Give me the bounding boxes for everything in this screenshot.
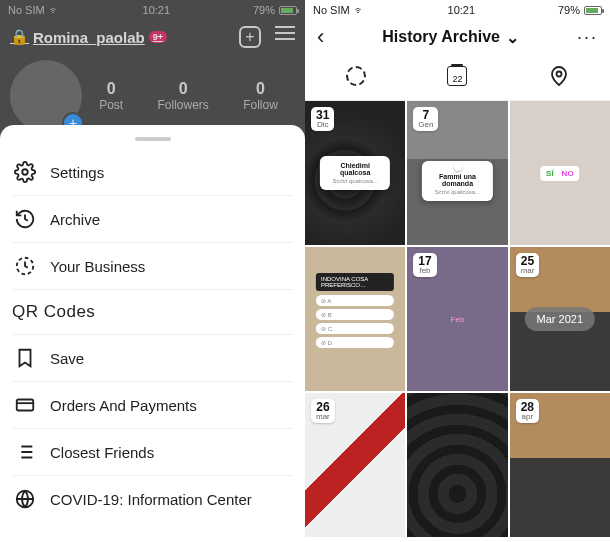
question-sticker: Chiedimi qualcosaScrivi qualcosa... [320, 156, 390, 190]
insights-icon [14, 255, 36, 277]
menu-save[interactable]: Save [12, 335, 293, 382]
archive-title-dropdown[interactable]: History Archive ⌄ [382, 28, 519, 47]
wifi-icon: ᯤ [49, 4, 60, 16]
carrier-text: No SIM [8, 4, 45, 16]
credit-card-icon [14, 394, 36, 416]
month-overlay-badge: Mar 2021 [525, 307, 595, 331]
question-sticker: Fammi una domandaScrivi qualcosa... [422, 161, 492, 201]
menu-business[interactable]: Your Business [12, 243, 293, 290]
stat-followers[interactable]: 0 Followers [157, 80, 208, 112]
story-cell[interactable] [407, 393, 507, 537]
clock-text: 10:21 [143, 4, 171, 16]
back-button[interactable]: ‹ [317, 24, 324, 50]
story-cell[interactable]: SÍNO [510, 101, 610, 245]
username-dropdown[interactable]: 🔒 Romina_paolab 9+ [10, 28, 167, 46]
reload-icon [346, 66, 366, 86]
lock-icon: 🔒 [10, 28, 29, 46]
status-bar-right: No SIMᯤ 10:21 79% [305, 0, 610, 16]
bottom-sheet: Settings Archive Your Business QR Codes … [0, 125, 305, 542]
story-cell[interactable]: INDOVINA COSA PREFERISCO… ⊘ A ⊘ B ⊘ C ⊘ … [305, 247, 405, 391]
battery-pct: 79% [558, 4, 580, 16]
story-text: Feb [451, 315, 465, 324]
menu-archive[interactable]: Archive [12, 196, 293, 243]
story-cell[interactable]: 26mar [305, 393, 405, 537]
date-chip: 26mar [311, 399, 335, 423]
avatar[interactable]: + [10, 60, 82, 132]
sheet-handle[interactable] [135, 137, 171, 141]
story-cell[interactable]: 31Dic Chiedimi qualcosaScrivi qualcosa..… [305, 101, 405, 245]
menu-button[interactable] [275, 26, 295, 48]
battery-icon [584, 6, 602, 15]
stat-following[interactable]: 0 Follow [243, 80, 278, 112]
story-grid: 31Dic Chiedimi qualcosaScrivi qualcosa..… [305, 101, 610, 537]
menu-covid[interactable]: COVID-19: Information Center [12, 476, 293, 522]
status-bar-left: No SIMᯤ 10:21 79% [0, 0, 305, 16]
wifi-icon: ᯤ [354, 4, 365, 16]
story-cell[interactable]: 28apr [510, 393, 610, 537]
gear-icon [14, 161, 36, 183]
date-chip: 31Dic [311, 107, 334, 131]
date-chip: 17feb [413, 253, 436, 277]
history-icon [14, 208, 36, 230]
poll-sticker: SÍNO [540, 166, 580, 181]
archive-header: ‹ History Archive ⌄ ··· [305, 16, 610, 54]
clock-text: 10:21 [448, 4, 476, 16]
username-text: Romina_paolab [33, 29, 145, 46]
chevron-down-icon: ⌄ [506, 28, 519, 47]
carrier-text: No SIM [313, 4, 350, 16]
date-chip: 7Gen [413, 107, 438, 131]
tab-reload[interactable] [344, 64, 368, 88]
create-post-button[interactable]: + [239, 26, 261, 48]
svg-rect-2 [17, 400, 34, 411]
menu-closest-friends[interactable]: Closest Friends [12, 429, 293, 476]
more-options-button[interactable]: ··· [577, 27, 598, 48]
story-cell[interactable]: 7Gen Fammi una domandaScrivi qualcosa... [407, 101, 507, 245]
battery-icon [279, 6, 297, 15]
bookmark-icon [14, 347, 36, 369]
date-chip: 28apr [516, 399, 539, 423]
svg-point-0 [22, 169, 28, 175]
story-cell[interactable]: 17feb Feb [407, 247, 507, 391]
archive-title-text: History Archive [382, 28, 500, 46]
globe-icon [14, 488, 36, 510]
archive-tabs: 22 [305, 54, 610, 101]
svg-point-4 [557, 72, 562, 77]
list-icon [14, 441, 36, 463]
quiz-sticker: INDOVINA COSA PREFERISCO… ⊘ A ⊘ B ⊘ C ⊘ … [316, 273, 394, 351]
notification-badge: 9+ [149, 31, 167, 43]
battery-pct: 79% [253, 4, 275, 16]
profile-stats-row: + 0 Post 0 Followers 0 Follow [0, 54, 305, 132]
calendar-icon: 22 [447, 66, 467, 86]
location-pin-icon [547, 64, 571, 88]
stat-posts[interactable]: 0 Post [99, 80, 123, 112]
menu-orders[interactable]: Orders And Payments [12, 382, 293, 429]
tab-calendar[interactable]: 22 [445, 64, 469, 88]
story-cell[interactable]: 25mar Mar 2021 [510, 247, 610, 391]
menu-settings[interactable]: Settings [12, 149, 293, 196]
profile-header: 🔒 Romina_paolab 9+ + [0, 16, 305, 54]
menu-qr-codes[interactable]: QR Codes [12, 290, 293, 335]
date-chip: 25mar [516, 253, 540, 277]
tab-location[interactable] [547, 64, 571, 88]
